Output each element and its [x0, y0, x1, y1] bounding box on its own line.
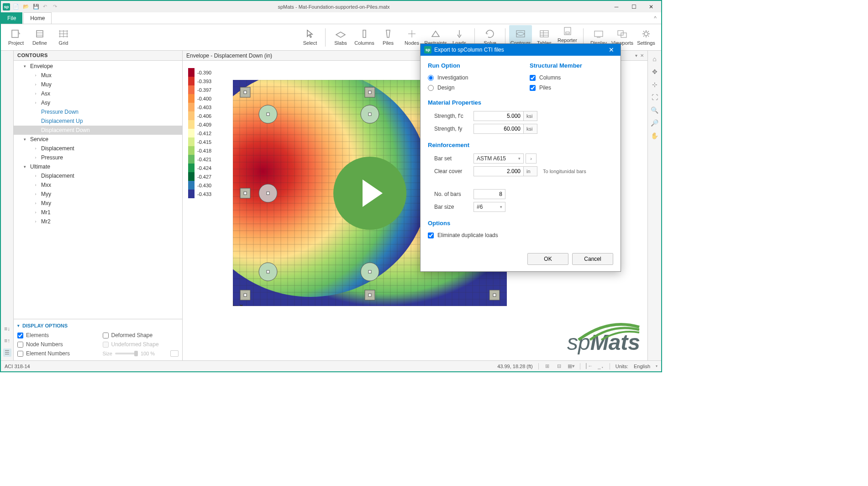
display-opt-element-numbers[interactable]: Element Numbers — [17, 350, 94, 357]
member-columns[interactable]: Columns — [530, 73, 613, 83]
tree-label: Displacement — [41, 145, 74, 152]
tree-label: Displacement Down — [41, 127, 90, 133]
display-opt-deformed-shape[interactable]: Deformed Shape — [103, 332, 179, 338]
tree-node-service[interactable]: ▾Service — [14, 135, 182, 144]
tree-node-envelope[interactable]: ▾Envelope — [14, 62, 182, 71]
size-select[interactable]: #6 — [473, 202, 505, 212]
tree-node-mr1[interactable]: ›Mr1 — [14, 208, 182, 217]
units-value[interactable]: English — [634, 364, 650, 369]
barset-arrow-button[interactable]: › — [526, 153, 537, 164]
legend-row: -0.430 — [188, 181, 211, 190]
fy-input[interactable] — [473, 124, 524, 134]
project-button[interactable]: Project — [5, 25, 27, 50]
coordinates: 43.99, 18.28 (ft) — [497, 364, 533, 369]
ok-button[interactable]: OK — [527, 253, 568, 265]
tree-label: Asx — [41, 90, 50, 97]
new-icon[interactable]: 📄 — [13, 4, 19, 10]
settings-button[interactable]: Settings — [635, 25, 658, 50]
tree-label: Pressure — [41, 154, 63, 161]
tree-node-mxx[interactable]: ›Mxx — [14, 180, 182, 190]
tree-node-muy[interactable]: ›Muy — [14, 80, 182, 89]
sort-icon[interactable]: ≡↓ — [3, 325, 11, 333]
svg-rect-130 — [267, 270, 269, 273]
tree-label: Mr1 — [41, 209, 51, 216]
grid-button[interactable]: Grid — [52, 25, 75, 50]
tree-node-pressure-down[interactable]: Pressure Down — [14, 107, 182, 116]
tree-node-pressure[interactable]: ›Pressure — [14, 153, 182, 162]
left-tool-strip: ≡↓ ≡↑ ☰ — [1, 51, 14, 360]
member-piles[interactable]: Piles — [530, 83, 613, 93]
zoom-in-icon[interactable]: 🔍 — [650, 106, 659, 115]
list-icon[interactable]: ☰ — [3, 349, 11, 357]
select-button[interactable]: Select — [299, 25, 321, 50]
maximize-button[interactable]: ☐ — [626, 1, 642, 12]
crosshair-icon[interactable]: ⊹ — [650, 80, 659, 89]
grid-fine-icon[interactable]: ⊟ — [556, 363, 563, 370]
grid-coarse-icon[interactable]: ⊞ — [544, 363, 551, 370]
tree-node-displacement[interactable]: ›Displacement — [14, 144, 182, 153]
svg-rect-112 — [244, 91, 247, 94]
svg-line-30 — [643, 31, 644, 32]
slabs-button[interactable]: Slabs — [329, 25, 352, 50]
home-tab[interactable]: Home — [23, 12, 52, 24]
pan-icon[interactable]: ✋ — [650, 131, 659, 140]
tree-node-mr2[interactable]: ›Mr2 — [14, 217, 182, 226]
display-options-header[interactable]: ▾ DISPLAY OPTIONS — [17, 323, 179, 328]
define-button[interactable]: Define — [28, 25, 51, 50]
tree-node-displacement-down[interactable]: Displacement Down — [14, 126, 182, 135]
tree-node-mxy[interactable]: ›Mxy — [14, 199, 182, 208]
align-left-icon[interactable]: ⎮← — [586, 363, 592, 370]
columns-button[interactable]: Columns — [353, 25, 376, 50]
svg-rect-21 — [594, 31, 603, 37]
viewport-dropdown-icon[interactable]: ▾ — [635, 53, 637, 58]
zoom-icon[interactable]: 🔎 — [650, 118, 659, 127]
extra-icon[interactable] — [170, 350, 179, 357]
contours-icon — [515, 29, 526, 38]
move-icon[interactable]: ✥ — [650, 67, 659, 76]
run-option-design[interactable]: Design — [428, 83, 511, 93]
snap-icon[interactable]: ▦▾ — [568, 363, 574, 370]
project-icon — [11, 29, 21, 38]
zoom-extents-icon[interactable]: ⛶ — [650, 93, 659, 102]
home-view-icon[interactable]: ⌂ — [650, 54, 659, 63]
dialog-close-icon[interactable]: ✕ — [606, 46, 617, 53]
run-option-investigation[interactable]: Investigation — [428, 73, 511, 83]
align-bottom-icon[interactable]: ⎯▾ — [598, 363, 604, 370]
fc-input[interactable] — [473, 111, 524, 121]
dialog-titlebar[interactable]: sp Export to spColumn CTI files ✕ — [421, 44, 621, 56]
legend-row: -0.393 — [188, 77, 211, 85]
color-legend: -0.390-0.393-0.397-0.400-0.403-0.406-0.4… — [188, 68, 211, 198]
file-menu[interactable]: File — [1, 12, 22, 24]
barset-select[interactable]: ASTM A615 — [473, 153, 524, 164]
display-opt-undeformed-shape: Undeformed Shape — [103, 341, 179, 348]
tree-node-asy[interactable]: ›Asy — [14, 98, 182, 107]
minimize-button[interactable]: ─ — [608, 1, 625, 12]
ribbon-collapse-icon[interactable]: ^ — [649, 15, 661, 21]
tree-node-displacement-up[interactable]: Displacement Up — [14, 116, 182, 126]
fy-label: Strength, fy — [428, 126, 473, 132]
viewport-close-icon[interactable]: ✕ — [640, 53, 644, 58]
undo-icon[interactable]: ↶ — [43, 4, 49, 10]
bars-input[interactable] — [473, 189, 505, 199]
redo-icon[interactable]: ↷ — [53, 4, 59, 10]
tree-node-asx[interactable]: ›Asx — [14, 89, 182, 98]
play-button[interactable] — [333, 157, 406, 230]
display-opt-elements[interactable]: Elements — [17, 332, 94, 338]
piles-button[interactable]: Piles — [377, 25, 400, 50]
fc-unit: ksi — [524, 111, 537, 121]
tree-node-ultimate[interactable]: ▾Ultimate — [14, 162, 182, 171]
save-icon[interactable]: 💾 — [33, 4, 39, 10]
ribbon-label: Grid — [59, 40, 68, 46]
cancel-button[interactable]: Cancel — [572, 253, 613, 265]
open-icon[interactable]: 📂 — [23, 4, 29, 10]
tree-node-myy[interactable]: ›Myy — [14, 190, 182, 199]
tree-node-displacement[interactable]: ›Displacement — [14, 171, 182, 180]
tree-node-mux[interactable]: ›Mux — [14, 71, 182, 80]
display-opt-node-numbers[interactable]: Node Numbers — [17, 341, 94, 348]
sort-up-icon[interactable]: ≡↑ — [3, 337, 11, 345]
cover-input[interactable] — [473, 166, 524, 176]
status-bar: ACI 318-14 43.99, 18.28 (ft) ⊞ ⊟ ▦▾ ⎮← ⎯… — [1, 360, 661, 371]
eliminate-duplicates[interactable]: Eliminate duplicate loads — [428, 230, 613, 240]
close-button[interactable]: ✕ — [643, 1, 659, 12]
run-option-header: Run Option — [428, 62, 511, 69]
